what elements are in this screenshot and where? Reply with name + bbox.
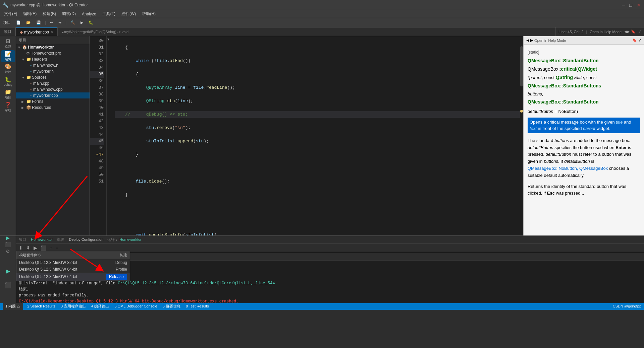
expand-help-icon[interactable]: ⤢ xyxy=(638,38,641,43)
project-header: 项目 xyxy=(16,36,90,44)
help-icon: ❓ xyxy=(5,102,11,108)
sidebar-project[interactable]: 📁 项目 xyxy=(1,88,15,100)
status-qml: 5 QML Debugger Console xyxy=(114,304,157,308)
kit-row-64-profile[interactable]: Desktop Qt 5.12.3 MinGW 64-bit Profile xyxy=(16,266,130,273)
help-mode-btn[interactable]: Open in Help Mode xyxy=(534,39,566,43)
editor-scrollbar[interactable] xyxy=(520,36,523,235)
code-editor[interactable]: 30 31 32 33 34 35 36 37 38 39 40 41 42 4… xyxy=(90,36,523,235)
tree-sources-label: Sources xyxy=(32,75,47,80)
toolbar-debug-run[interactable]: 🐛 xyxy=(87,20,95,25)
menu-tools[interactable]: 工具(T) xyxy=(100,10,118,17)
status-test: 8 Test Results xyxy=(186,304,209,308)
resources-folder-icon: 📦 xyxy=(26,105,31,110)
kit-row-64-release[interactable]: Desktop Qt 5.12.3 MinGW 64-bit Release xyxy=(16,273,130,281)
kit-build-label: 构建 xyxy=(120,253,127,258)
help-link-nobutton[interactable]: QMessageBox::NoButton, QMessageBox xyxy=(528,166,608,171)
close-button[interactable]: ✕ xyxy=(637,3,641,7)
project-panel: 项目 ▼ 🏠 Homeworktor ⚙ Homeworktor.pro ▼ 📁… xyxy=(16,36,90,235)
sidebar-edit[interactable]: 📝 编辑 xyxy=(1,50,15,62)
status-summary: 6 概要信息 xyxy=(163,304,180,309)
tree-headers-folder[interactable]: ▼ 📁 Headers xyxy=(16,56,90,62)
tree-homeworktor-pro[interactable]: ⚙ Homeworktor.pro xyxy=(16,50,90,56)
toolbar-save[interactable]: 💾 xyxy=(34,20,43,25)
bookmark-help-icon[interactable]: 🔖 xyxy=(632,38,637,43)
toolbar-redo[interactable]: ↪ xyxy=(56,20,63,25)
toolbar-run[interactable]: ▶ xyxy=(78,20,85,25)
tree-homeworktor-root[interactable]: ▼ 🏠 Homeworktor xyxy=(16,44,90,50)
release-button[interactable]: Release xyxy=(106,274,127,280)
scrollbar-thumb[interactable] xyxy=(520,46,523,86)
tree-arrow-headers: ▼ xyxy=(21,58,25,61)
sidebar-welcome[interactable]: ⊞ 欢迎 xyxy=(1,38,15,50)
status-csdn: CSDN @gongfpp xyxy=(613,304,641,308)
menu-analyze[interactable]: Analyze xyxy=(79,11,99,17)
menu-controls[interactable]: 控件(W) xyxy=(119,10,139,17)
tab-project[interactable]: 项目 xyxy=(0,27,16,36)
bottom-toolbar-icon3[interactable]: ▶ xyxy=(32,245,39,251)
nav-back-icon[interactable]: ◀ xyxy=(624,29,627,34)
toolbar-build[interactable]: 🔨 xyxy=(68,20,77,25)
bottom-stop-icon[interactable]: ⬛ xyxy=(2,242,14,247)
tree-mainwindow-cpp[interactable]: ·· mainwindow.cpp xyxy=(16,86,90,92)
code-content[interactable]: { while (!file.atEnd()) { QByteArray lin… xyxy=(112,36,520,235)
nav-forward-icon[interactable]: ▶ xyxy=(627,29,630,34)
bottom-toolbar-icon1[interactable]: ⬆ xyxy=(17,245,24,251)
help-class-name: QMessageBox:: xyxy=(528,66,561,72)
tree-myworker-cpp-label: myworker.cpp xyxy=(33,93,58,98)
run-val: Homeworktor xyxy=(119,237,141,241)
deploy-val: Deploy Configuration xyxy=(69,237,104,241)
nav-back-help[interactable]: ◀ xyxy=(526,38,529,43)
tree-arrow-root: ▼ xyxy=(17,46,21,49)
minimize-button[interactable]: ─ xyxy=(622,3,627,7)
bookmark-icon[interactable]: 🔖 xyxy=(631,29,636,34)
tree-resources-folder[interactable]: ▶ 📦 Resources xyxy=(16,105,90,111)
toolbar-undo[interactable]: ↩ xyxy=(48,20,55,25)
kit-row-32-debug[interactable]: Desktop Qt 5.12.3 MinGW 32-bit Debug xyxy=(16,259,130,266)
menu-file[interactable]: 文件(F) xyxy=(1,10,20,17)
menu-edit[interactable]: 编辑(E) xyxy=(20,10,39,17)
tree-main-cpp[interactable]: ·· main.cpp xyxy=(16,80,90,86)
sidebar-debug[interactable]: 🐛 Debug xyxy=(1,76,15,88)
tree-sources-folder[interactable]: ▼ 📁 Sources xyxy=(16,74,90,80)
nav-forward-help[interactable]: ▶ xyxy=(530,38,533,43)
bottom-toolbar-icon4[interactable]: ⬛ xyxy=(39,245,48,251)
status-bar: 1 问题 △ 2 Search Results 3 应用程序输出 4 编译输出 … xyxy=(0,302,644,310)
sidebar-design[interactable]: 🎨 设计 xyxy=(1,63,15,75)
menu-build[interactable]: 构建(B) xyxy=(40,10,59,17)
bottom-toolbar-icon5[interactable]: + xyxy=(48,245,54,251)
kit-64-profile-name: Desktop Qt 5.12.3 MinGW 64-bit xyxy=(19,267,113,272)
help-label: 帮助 xyxy=(5,108,11,113)
output-link-4[interactable]: C:\Qt\Qt5.12.3\5.12.3\mingw73_64\include… xyxy=(118,281,275,286)
project-key: 项目： xyxy=(19,237,30,241)
maximize-button[interactable]: □ xyxy=(629,3,634,7)
divider: | xyxy=(586,30,587,34)
expand-icon[interactable]: ⤢ xyxy=(638,29,641,34)
menu-debug[interactable]: 调试(D) xyxy=(59,10,78,17)
help-highlighted-desc: Opens a critical message box with the gi… xyxy=(528,118,640,133)
tab-close-icon[interactable]: ✕ xyxy=(50,30,53,34)
project-info-project: 项目： Homeworktor xyxy=(19,237,53,242)
tree-myworker-cpp[interactable]: ·· myworker.cpp xyxy=(16,92,90,98)
tree-forms-folder[interactable]: ▶ 📁 Forms xyxy=(16,98,90,105)
menu-help[interactable]: 帮助(H) xyxy=(139,10,158,17)
window-title: myworker.cpp @ Homeworktor - Qt Creator xyxy=(10,3,622,7)
run-icon-sym: ▶ xyxy=(6,235,10,240)
icon2-sym: ⬛ xyxy=(5,282,11,288)
kit-popup-header: 构建套件(Kit) 构建 xyxy=(16,251,130,259)
debug-label: Debug xyxy=(3,83,12,86)
bottom-toolbar-icon6[interactable]: − xyxy=(54,245,60,251)
bottom-toolbar-icon2[interactable]: ⬇ xyxy=(25,245,32,251)
toolbar-open[interactable]: 📂 xyxy=(24,20,33,25)
bottom-run-icon[interactable]: ▶ xyxy=(2,235,14,240)
tab-project-label: 项目 xyxy=(4,29,11,34)
output-run-icon[interactable]: ▶ xyxy=(1,265,15,277)
toolbar-new[interactable]: 📄 xyxy=(14,20,23,25)
warning-marker xyxy=(520,110,523,113)
help-default-btn-param: defaultButton xyxy=(528,109,553,114)
tab-myworker-cpp[interactable]: ◆ myworker.cpp ✕ xyxy=(16,27,57,36)
tree-mainwindow-h[interactable]: ·· mainwindow.h xyxy=(16,62,90,68)
tree-myworker-h[interactable]: ·· myworker.h xyxy=(16,68,90,74)
output-icon2[interactable]: ⬛ xyxy=(1,279,15,291)
title-bar: 🔧 myworker.cpp @ Homeworktor - Qt Creato… xyxy=(0,0,644,10)
sidebar-help[interactable]: ❓ 帮助 xyxy=(1,101,15,113)
